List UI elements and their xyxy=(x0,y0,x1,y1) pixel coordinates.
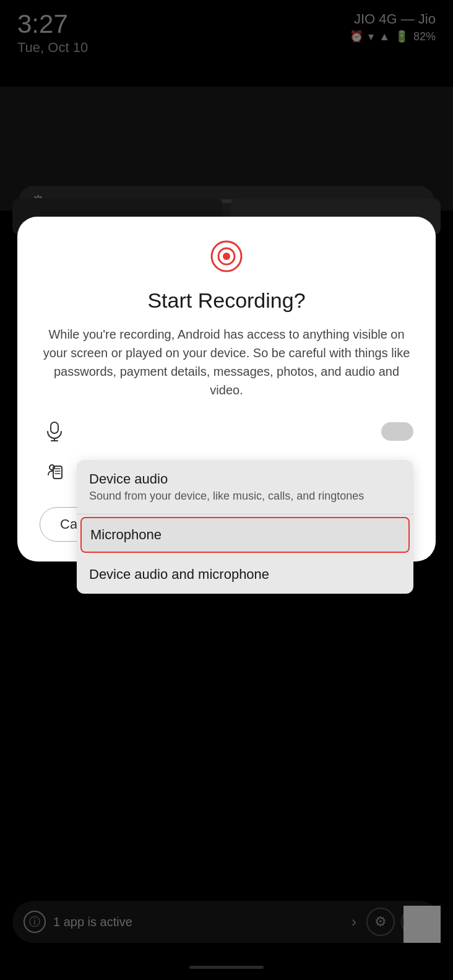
dropdown-item-device-audio[interactable]: Device audio Sound from your device, lik… xyxy=(77,460,413,514)
record-svg-icon xyxy=(209,239,244,274)
dialog-title: Start Recording? xyxy=(40,288,413,313)
audio-options-container: Device audio Sound from your device, lik… xyxy=(40,417,413,487)
dropdown-device-audio-label: Device audio xyxy=(89,471,401,487)
dialog-description: While you're recording, Android has acce… xyxy=(40,325,413,399)
dialog-icon-container xyxy=(40,239,413,274)
microphone-outline-icon xyxy=(40,417,69,446)
svg-point-2 xyxy=(223,253,230,260)
start-recording-dialog: Start Recording? While you're recording,… xyxy=(17,217,436,562)
device-audio-row[interactable] xyxy=(40,417,413,446)
dropdown-device-audio-mic-label: Device audio and microphone xyxy=(89,566,401,583)
dropdown-microphone-label: Microphone xyxy=(90,527,400,543)
dropdown-device-audio-sublabel: Sound from your device, like music, call… xyxy=(89,490,401,503)
dropdown-item-device-audio-mic[interactable]: Device audio and microphone xyxy=(77,555,413,594)
svg-rect-3 xyxy=(51,422,58,433)
record-icon xyxy=(209,239,244,274)
dropdown-item-microphone[interactable]: Microphone xyxy=(80,517,410,553)
audio-source-dropdown[interactable]: Device audio Sound from your device, lik… xyxy=(77,460,413,594)
device-audio-toggle[interactable] xyxy=(381,422,413,441)
hand-mic-icon xyxy=(40,457,69,487)
